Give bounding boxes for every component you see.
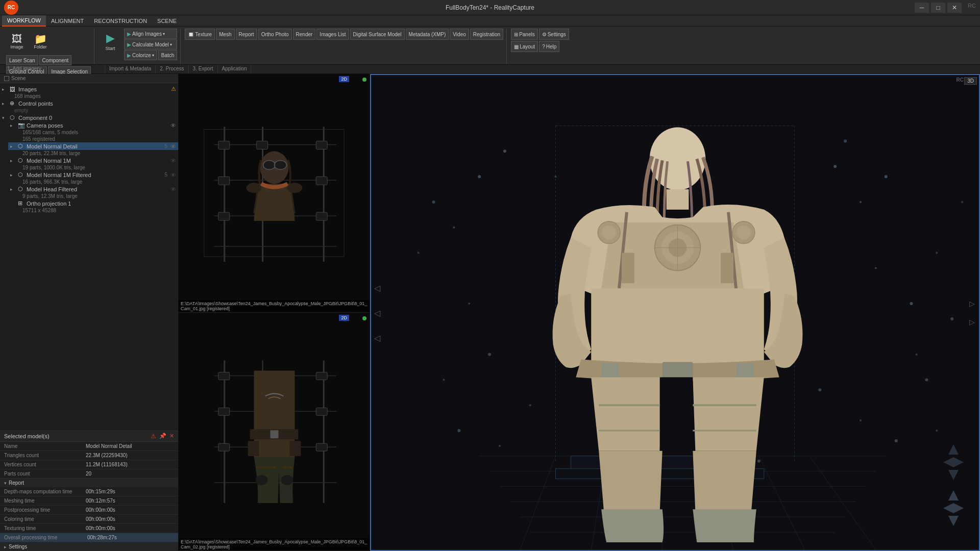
tree-item-ortho-projection[interactable]: ⊞ Ortho projection 1 xyxy=(8,199,178,207)
title-bar: RC FullBodyTen24* - RealityCapture ─ □ ✕… xyxy=(0,0,980,15)
nav-down-arrow[interactable]: ◁ xyxy=(374,333,380,342)
tree-item-model-normal-1m-filtered[interactable]: ▸ ⬡ Model Normal 1M Filtered 5 👁 xyxy=(8,171,178,179)
svg-rect-36 xyxy=(316,408,327,415)
toolbar-mesh-btn[interactable]: Mesh xyxy=(216,29,234,40)
cp-stat: empty xyxy=(0,107,178,114)
svg-point-109 xyxy=(961,201,963,203)
toolbar-video-btn[interactable]: Video xyxy=(450,29,469,40)
toolbar-image-btn[interactable]: 🖼 Image xyxy=(6,29,28,54)
toolbar-help-btn[interactable]: ? Help xyxy=(539,41,559,52)
eye-icon-mn1mf[interactable]: 👁 xyxy=(170,172,176,178)
svg-point-105 xyxy=(936,430,938,432)
tree-item-model-normal-1m[interactable]: ▸ ⬡ Model Normal 1M 👁 xyxy=(8,157,178,164)
svg-point-91 xyxy=(885,175,888,178)
toolbar-dsm-btn[interactable]: Digital Surface Model xyxy=(350,29,405,40)
toolbar-add-imagery-group: 🖼 Image 📁 Folder Laser Scan Component Gr… xyxy=(3,29,94,64)
section-add-imagery: 1. Add imagery xyxy=(3,65,105,73)
eye-badge-1: 5 xyxy=(164,143,167,149)
warning-props-icon[interactable]: ⚠ xyxy=(151,433,156,440)
tree-toggle-cams: ▸ xyxy=(10,123,16,128)
toolbar-ortho-photo-btn[interactable]: Ortho Photo xyxy=(258,29,292,40)
toolbar-export-group: 🔲 Texture Mesh Report Ortho Photo Render… xyxy=(182,29,507,64)
report-section-title[interactable]: ▾ Report xyxy=(0,479,178,487)
pin-icon[interactable]: 📌 xyxy=(159,433,166,440)
mesh-icon-3: ⬡ xyxy=(18,171,25,178)
close-button[interactable]: ✕ xyxy=(947,3,962,13)
toolbar-layout-btn[interactable]: ▦ Layout xyxy=(511,41,538,52)
tree-item-control-points[interactable]: ▸ ⊕ Control points xyxy=(0,99,178,107)
eye-icon-cams[interactable]: 👁 xyxy=(170,122,176,129)
toolbar-component-btn[interactable]: Component xyxy=(39,55,72,65)
svg-point-103 xyxy=(499,445,501,447)
tree-item-model-head-filtered[interactable]: ▸ ⬡ Model Head Filtered 👁 xyxy=(8,185,178,193)
toolbar-report-btn[interactable]: Report xyxy=(236,29,257,40)
toolbar-batch-btn[interactable]: Batch xyxy=(158,50,178,60)
window-title: FullBodyTen24* - RealityCapture xyxy=(446,4,534,11)
menu-scene[interactable]: SCENE xyxy=(152,15,182,27)
nav-up-arrow[interactable]: ◁ xyxy=(374,283,380,292)
close-props-icon[interactable]: ✕ xyxy=(169,433,174,440)
toolbar-start-btn[interactable]: ▶ Start xyxy=(99,29,122,54)
toolbar-render-btn[interactable]: Render xyxy=(293,29,316,40)
nav-mid-arrow[interactable]: ◁ xyxy=(374,308,380,317)
bottom-image-placeholder xyxy=(179,313,370,551)
svg-point-97 xyxy=(529,404,531,406)
menu-alignment[interactable]: ALIGNMENT xyxy=(46,15,89,27)
collapse-settings-icon: ▸ xyxy=(4,544,7,549)
svg-rect-15 xyxy=(218,177,230,185)
ortho-icon: ⊞ xyxy=(18,200,25,207)
toolbar-panels-btn[interactable]: ⊞ Panels xyxy=(511,29,538,40)
collapse-report-icon: ▾ xyxy=(4,481,7,486)
svg-marker-117 xyxy=(943,503,953,513)
settings-section-title[interactable]: ▸ Settings xyxy=(0,542,178,551)
images-stat: 168 images xyxy=(0,93,178,99)
svg-marker-122 xyxy=(953,457,964,467)
svg-rect-40 xyxy=(271,430,279,438)
toolbar-laser-scan-btn[interactable]: Laser Scan xyxy=(6,55,38,65)
svg-point-113 xyxy=(555,176,557,178)
svg-rect-12 xyxy=(218,141,230,149)
settings-icon: ⚙ xyxy=(542,32,547,37)
tree-item-model-normal-detail[interactable]: ▸ ⬡ Model Normal Detail 5 👁 xyxy=(8,142,178,150)
toolbar-folder-btn[interactable]: 📁 Folder xyxy=(30,29,51,54)
toolbar-settings-btn[interactable]: ⚙ Settings xyxy=(539,29,569,40)
toolbar-align-images-btn[interactable]: ▶ Align Images ▾ xyxy=(124,29,177,39)
scene-tree: ▸ 🖼 Images ⚠ 168 images ▸ ⊕ Control poin… xyxy=(0,83,178,431)
rc-logo: RC xyxy=(4,1,18,15)
bottom-image-view: 2D E:\DATA\Images\Showcase\Ten24_James_B… xyxy=(179,313,370,552)
toolbar-calculate-model-btn[interactable]: ▶ Calculate Model ▾ xyxy=(124,39,177,49)
props-name-row: Name Model Normal Detail xyxy=(0,442,178,451)
toolbar-metadata-btn[interactable]: Metadata (XMP) xyxy=(406,29,449,40)
eye-icon-mn1m[interactable]: 👁 xyxy=(170,158,176,164)
menu-workflow[interactable]: WORKFLOW xyxy=(2,15,46,27)
menu-reconstruction[interactable]: RECONSTRUCTION xyxy=(89,15,152,27)
right-nav-btn-1[interactable]: ▷ xyxy=(969,299,975,308)
main-area: Scene ▸ 🖼 Images ⚠ 168 images ▸ ⊕ Contro… xyxy=(0,74,980,551)
svg-point-88 xyxy=(503,149,506,153)
toolbar-registration-btn[interactable]: Registration xyxy=(470,29,503,40)
eye-icon-mnd[interactable]: 👁 xyxy=(170,143,176,149)
image-icon: 🖼 xyxy=(12,34,22,44)
svg-point-92 xyxy=(468,303,470,305)
eye-icon-mhf[interactable]: 👁 xyxy=(170,186,176,192)
menu-bar: WORKFLOW ALIGNMENT RECONSTRUCTION SCENE xyxy=(0,15,980,27)
toolbar-colorize-btn[interactable]: ▶ Colorize ▾ xyxy=(124,50,157,60)
corner-arrows-svg xyxy=(941,488,966,529)
3d-viewport[interactable]: 3D RC ◁ ◁ ◁ ▷ ▷ xyxy=(370,74,980,551)
svg-rect-17 xyxy=(218,212,230,220)
right-nav-btn-2[interactable]: ▷ xyxy=(969,318,975,326)
nav-arrows-left: ◁ ◁ ◁ xyxy=(374,283,380,342)
mn1mf-stat: 16 parts, 966.3K tris, large xyxy=(0,179,178,185)
tree-item-camera-poses[interactable]: ▸ 📷 Camera poses 👁 xyxy=(8,121,178,129)
maximize-button[interactable]: □ xyxy=(931,3,945,13)
toolbar-texture-btn[interactable]: 🔲 Texture xyxy=(185,29,215,40)
tree-item-images[interactable]: ▸ 🖼 Images ⚠ xyxy=(0,85,178,93)
colorize-dropdown-arrow: ▾ xyxy=(152,53,154,58)
toolbar-images-list-btn[interactable]: Images List xyxy=(316,29,349,40)
svg-point-108 xyxy=(844,139,847,142)
svg-point-23 xyxy=(247,183,262,193)
tree-item-component-0[interactable]: ▾ ⬡ Component 0 xyxy=(0,114,178,121)
svg-marker-118 xyxy=(953,503,964,513)
minimize-button[interactable]: ─ xyxy=(915,3,929,13)
start-icon: ▶ xyxy=(106,32,115,45)
